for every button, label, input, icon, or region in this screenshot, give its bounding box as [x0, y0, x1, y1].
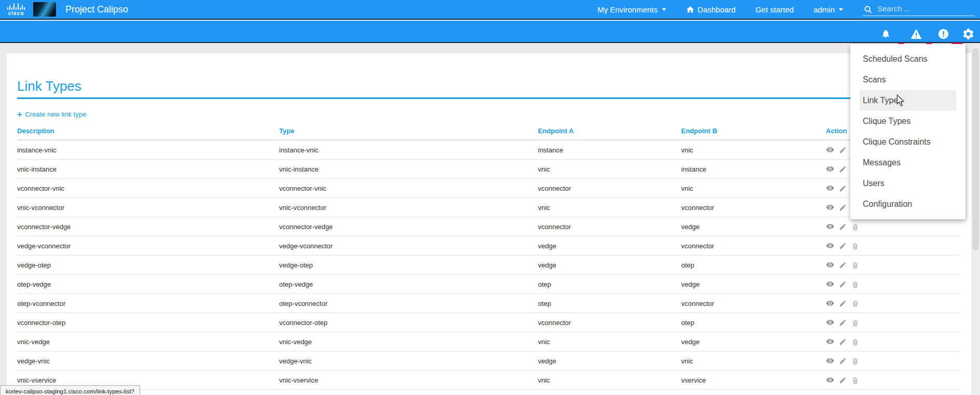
- table-row: vedge-otep vedge-otep vedge otep: [17, 256, 960, 275]
- cell-description: vnic-instance: [17, 165, 279, 173]
- table-row: vconnector-vedge vconnector-vedge vconne…: [17, 217, 960, 236]
- column-header-endpoint-b: Endpoint B: [681, 127, 826, 135]
- delete-icon[interactable]: [851, 242, 859, 250]
- create-new-link-type-button[interactable]: + Create new link type: [17, 110, 86, 118]
- delete-icon[interactable]: [851, 357, 859, 365]
- brand-image: [33, 2, 56, 17]
- content-card: Link Types + Create new link type Descri…: [7, 53, 971, 395]
- cell-endpoint-a: vconnector: [538, 223, 681, 231]
- bell-icon[interactable]: [881, 29, 891, 41]
- scrollbar-thumb[interactable]: [972, 48, 979, 250]
- column-header-description: Description: [17, 127, 279, 135]
- edit-icon[interactable]: [839, 146, 847, 154]
- brand-zone: cisco Project Calipso: [0, 2, 128, 17]
- status-url-tooltip: korlev-calipso-staging1.cisco.com/link-t…: [0, 385, 140, 395]
- view-icon[interactable]: [826, 337, 834, 346]
- cell-endpoint-b: otep: [681, 319, 826, 327]
- cell-endpoint-b: otep: [681, 261, 826, 269]
- view-icon[interactable]: [826, 222, 834, 231]
- edit-icon[interactable]: [839, 376, 847, 384]
- nav-get-started-label: Get started: [755, 5, 794, 14]
- edit-icon[interactable]: [839, 242, 847, 250]
- cell-endpoint-a: vconnector: [538, 185, 681, 192]
- cell-type: vconnector-vedge: [279, 223, 538, 231]
- view-icon[interactable]: [826, 299, 834, 307]
- edit-icon[interactable]: [839, 261, 847, 269]
- menu-item-users[interactable]: Users: [860, 173, 956, 194]
- cell-actions: [826, 318, 960, 327]
- vertical-scrollbar[interactable]: [971, 44, 980, 395]
- view-icon[interactable]: [826, 357, 834, 365]
- menu-item-scheduled-scans[interactable]: Scheduled Scans: [860, 49, 956, 69]
- nav-admin[interactable]: admin: [813, 5, 843, 14]
- menu-item-link-types[interactable]: Link Types: [860, 90, 956, 111]
- column-header-endpoint-a: Endpoint A: [538, 127, 681, 135]
- view-icon[interactable]: [826, 184, 834, 192]
- edit-icon[interactable]: [839, 357, 847, 365]
- search-input[interactable]: [863, 3, 975, 16]
- cell-endpoint-a: otep: [538, 300, 681, 307]
- nav-my-environments[interactable]: My Environments: [598, 5, 666, 14]
- cell-description: vedge-vnic: [17, 357, 279, 365]
- menu-item-configuration[interactable]: Configuration: [860, 194, 956, 215]
- error-circle-icon[interactable]: [938, 29, 949, 41]
- delete-icon[interactable]: [851, 280, 859, 288]
- cisco-bars-icon: [7, 3, 25, 10]
- view-icon[interactable]: [826, 165, 834, 173]
- nav-my-environments-label: My Environments: [598, 5, 658, 14]
- view-icon[interactable]: [826, 242, 834, 250]
- page-title: Link Types: [17, 78, 960, 99]
- delete-icon[interactable]: [851, 376, 859, 384]
- alert-bar: 0 0 591: [0, 21, 980, 43]
- edit-icon[interactable]: [839, 280, 847, 288]
- view-icon[interactable]: [826, 318, 834, 327]
- menu-item-clique-constraints[interactable]: Clique Constraints: [860, 132, 956, 152]
- cell-endpoint-b: vservice: [681, 376, 826, 384]
- nav-get-started[interactable]: Get started: [755, 5, 794, 14]
- menu-item-messages[interactable]: Messages: [860, 152, 956, 173]
- edit-icon[interactable]: [839, 338, 847, 346]
- menu-item-scans[interactable]: Scans: [860, 69, 956, 90]
- edit-icon[interactable]: [839, 185, 847, 192]
- link-types-table: instance-vnic instance-vnic instance vni…: [17, 140, 960, 390]
- table-header-row: Description Type Endpoint A Endpoint B A…: [17, 122, 960, 140]
- table-row: vnic-vedge vnic-vedge vnic vedge: [17, 332, 960, 351]
- edit-icon[interactable]: [839, 204, 847, 211]
- view-icon[interactable]: [826, 376, 834, 384]
- gear-icon[interactable]: [962, 27, 975, 43]
- cell-endpoint-b: vconnector: [681, 242, 826, 250]
- column-header-type: Type: [279, 127, 538, 135]
- view-icon[interactable]: [826, 280, 834, 288]
- nav-dashboard[interactable]: Dashboard: [686, 5, 736, 14]
- view-icon[interactable]: [826, 203, 834, 211]
- edit-icon[interactable]: [839, 300, 847, 307]
- view-icon[interactable]: [826, 146, 834, 154]
- table-row: instance-vnic instance-vnic instance vni…: [17, 140, 960, 160]
- delete-icon[interactable]: [851, 338, 859, 346]
- cell-type: vconnector-otep: [279, 319, 538, 327]
- cell-description: vnic-vconnector: [17, 204, 279, 211]
- edit-icon[interactable]: [839, 223, 847, 231]
- warning-triangle-icon[interactable]: [910, 29, 922, 41]
- cell-type: vconnector-vnic: [279, 185, 538, 192]
- delete-icon[interactable]: [851, 300, 859, 307]
- cell-endpoint-b: vedge: [681, 280, 826, 288]
- cell-description: otep-vedge: [17, 280, 279, 288]
- menu-item-clique-types[interactable]: Clique Types: [860, 111, 956, 132]
- cell-description: otep-vconnector: [17, 300, 279, 307]
- view-icon[interactable]: [826, 261, 834, 269]
- delete-icon[interactable]: [851, 319, 859, 327]
- cell-actions: [826, 376, 960, 384]
- delete-icon[interactable]: [851, 223, 859, 231]
- cell-endpoint-a: vnic: [538, 165, 681, 173]
- cell-endpoint-a: vedge: [538, 261, 681, 269]
- edit-icon[interactable]: [839, 319, 847, 327]
- edit-icon[interactable]: [839, 165, 847, 173]
- cell-endpoint-b: instance: [681, 165, 826, 173]
- cell-endpoint-a: vnic: [538, 204, 681, 211]
- delete-icon[interactable]: [851, 261, 859, 269]
- table-row: vnic-instance vnic-instance vnic instanc…: [17, 160, 960, 179]
- cell-type: vnic-instance: [279, 165, 538, 173]
- top-navbar: cisco Project Calipso My Environments Da…: [0, 0, 980, 20]
- cell-type: vedge-vconnector: [279, 242, 538, 250]
